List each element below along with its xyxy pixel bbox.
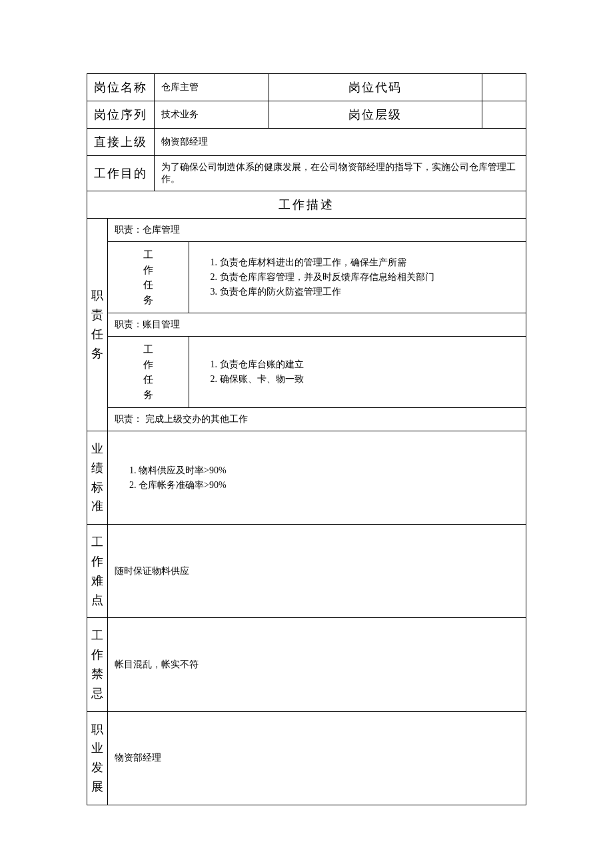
position-name-label: 岗位名称 — [87, 74, 155, 101]
perf-items: 物料供应及时率>90%仓库帐务准确率>90% — [108, 431, 526, 525]
position-level-value — [482, 101, 526, 129]
job-desc-title: 工作描述 — [87, 191, 526, 219]
career-label: 职业发展 — [87, 711, 108, 805]
supervisor-label: 直接上级 — [87, 129, 155, 156]
list-item: 负责仓库库容管理，并及时反馈库存信息给相关部门 — [204, 270, 519, 285]
list-item: 物料供应及时率>90% — [123, 463, 519, 478]
taboo-value: 帐目混乱，帐实不符 — [108, 618, 526, 711]
list-item: 仓库帐务准确率>90% — [123, 478, 519, 493]
perf-label: 业绩标准 — [87, 431, 108, 525]
job-description-table: 岗位名称 仓库主管 岗位代码 岗位序列 技术业务 岗位层级 直接上级 物资部经理… — [87, 73, 526, 805]
supervisor-value: 物资部经理 — [155, 129, 526, 156]
list-item: 负责仓库的防火防盗管理工作 — [204, 285, 519, 299]
task-label-2: 工作任务 — [108, 337, 189, 408]
list-item: 负责仓库材料进出的管理工作，确保生产所需 — [204, 255, 519, 270]
duty-label: 职责任务 — [87, 219, 108, 431]
position-code-label: 岗位代码 — [269, 74, 482, 101]
list-item: 确保账、卡、物一致 — [204, 372, 519, 387]
duty-1-title: 职责：仓库管理 — [108, 219, 526, 242]
duty-2-tasks: 负责仓库台账的建立确保账、卡、物一致 — [189, 337, 526, 408]
taboo-label: 工作禁忌 — [87, 618, 108, 711]
difficulty-label: 工作难点 — [87, 525, 108, 618]
position-series-label: 岗位序列 — [87, 101, 155, 129]
position-series-value: 技术业务 — [155, 101, 269, 129]
duty-3-title: 职责： 完成上级交办的其他工作 — [108, 408, 526, 431]
career-value: 物资部经理 — [108, 711, 526, 805]
position-code-value — [482, 74, 526, 101]
position-level-label: 岗位层级 — [269, 101, 482, 129]
difficulty-value: 随时保证物料供应 — [108, 525, 526, 618]
duty-1-tasks: 负责仓库材料进出的管理工作，确保生产所需负责仓库库容管理，并及时反馈库存信息给相… — [189, 242, 526, 313]
task-label-1: 工作任务 — [108, 242, 189, 313]
list-item: 负责仓库台账的建立 — [204, 357, 519, 372]
duty-2-title: 职责：账目管理 — [108, 313, 526, 337]
purpose-value: 为了确保公司制造体系的健康发展，在公司物资部经理的指导下，实施公司仓库管理工作。 — [155, 156, 526, 191]
position-name-value: 仓库主管 — [155, 74, 269, 101]
purpose-label: 工作目的 — [87, 156, 155, 191]
